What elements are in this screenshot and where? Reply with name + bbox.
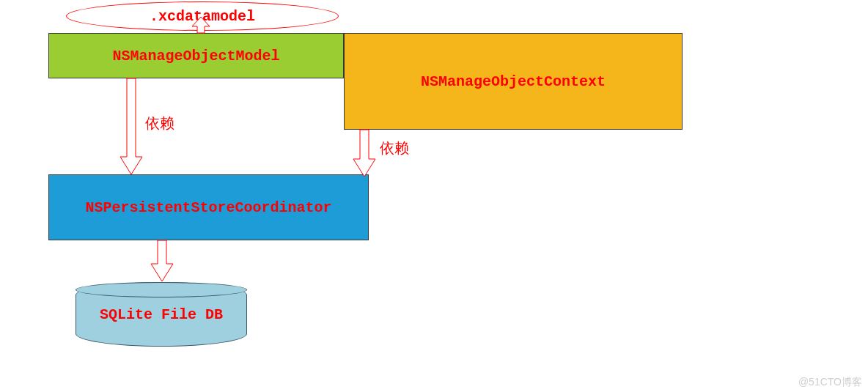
edge-label-model-to-coordinator: 依赖 (145, 114, 174, 133)
node-xcdatamodel-label: .xcdatamodel (150, 8, 255, 25)
watermark: @51CTO博客 (798, 376, 862, 389)
node-managed-object-context: NSManageObjectContext (344, 33, 683, 130)
arrow-model-to-coordinator (120, 78, 142, 174)
arrow-context-to-coordinator (353, 130, 375, 177)
node-persistent-store-coordinator-label: NSPersistentStoreCoordinator (85, 199, 331, 216)
node-sqlite-file-db: SQLite File DB (76, 282, 247, 347)
node-sqlite-file-db-label: SQLite File DB (100, 306, 223, 323)
node-managed-object-model-label: NSManageObjectModel (112, 48, 279, 64)
arrow-coordinator-to-sqlite (151, 240, 173, 281)
node-managed-object-model: NSManageObjectModel (48, 33, 344, 78)
edge-label-context-to-coordinator: 依赖 (380, 138, 409, 158)
node-xcdatamodel: .xcdatamodel (66, 1, 339, 31)
node-persistent-store-coordinator: NSPersistentStoreCoordinator (48, 174, 369, 240)
node-managed-object-context-label: NSManageObjectContext (421, 73, 606, 90)
